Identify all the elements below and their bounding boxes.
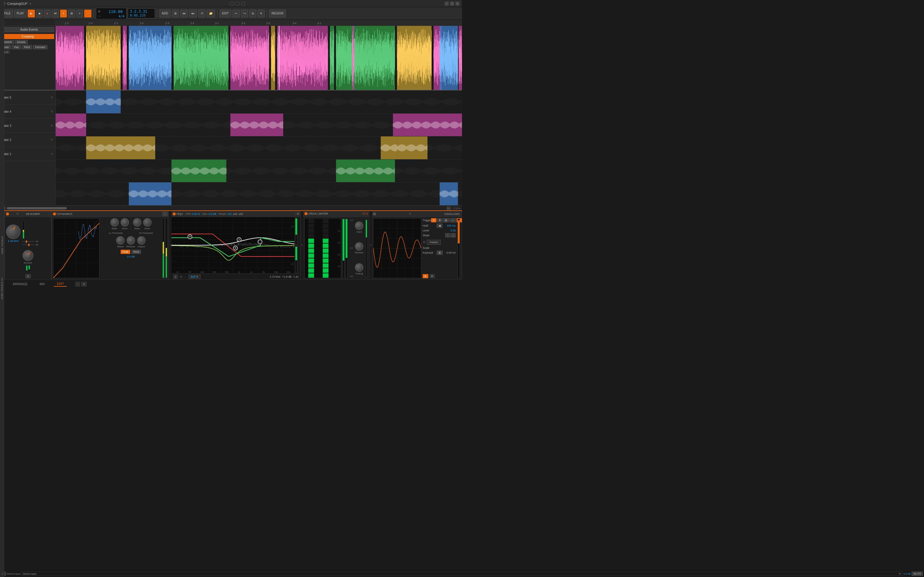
peak-limiter-power[interactable] (304, 212, 307, 215)
eq-power[interactable] (173, 213, 176, 216)
dynamics-release-knob[interactable] (127, 236, 135, 245)
back-button[interactable]: ⏮ (180, 10, 188, 18)
de-esser-menu[interactable]: ⋮ (47, 213, 50, 216)
take2-canvas (56, 160, 462, 182)
osc-slope-down[interactable]: ↓ (451, 233, 456, 237)
arrange-tab[interactable]: ARRANGE (10, 282, 31, 286)
stop-button[interactable]: ■ (36, 10, 43, 18)
de-esser-icon: ⊞ (16, 213, 19, 215)
osc-keytrack-button[interactable]: ⊞ (437, 251, 443, 255)
edit-button[interactable]: EDIT (220, 10, 231, 18)
pan-button[interactable]: Pan (12, 45, 21, 49)
de-esser-power[interactable] (6, 213, 9, 216)
grid-button[interactable]: ⊞ (68, 10, 75, 18)
folder-button[interactable]: 📁 (207, 10, 215, 18)
cycle-button[interactable]: ↺ (198, 10, 205, 18)
dynamics-power[interactable] (53, 213, 56, 216)
de-esser-thresh2-slider[interactable] (22, 244, 34, 245)
svg-text:2.4: 2.4 (191, 22, 194, 25)
osc-trigger-label: Trigger (423, 219, 431, 222)
app: ⬡ CompingGUI* × ⬡⬡⬡ − □ × FILE PLAY ▶ ■ … (0, 0, 462, 288)
record-button[interactable]: ● (44, 10, 50, 18)
undo-button[interactable]: ↩ (233, 10, 240, 18)
status-square-icon[interactable]: □ (75, 282, 80, 286)
eq-power-small[interactable]: ⏻ (179, 275, 182, 278)
scroll-right-button[interactable]: ▷ (447, 206, 451, 210)
audio-events-button[interactable]: Audio Events (4, 27, 54, 32)
osc-a-button[interactable]: A (431, 218, 436, 222)
de-esser-grid-button[interactable]: ⊞ (26, 274, 31, 278)
dynamics-knee2-label: Knee (144, 227, 150, 230)
svg-text:2.1: 2.1 (114, 22, 118, 25)
osc-canvas (373, 219, 421, 278)
mix-tab[interactable]: MIX (37, 282, 48, 286)
osc-hold-row: Hold ◀ 320 ms (423, 224, 456, 228)
dynamics-ratio2-knob[interactable] (133, 218, 141, 227)
play-button[interactable]: ▶ (27, 10, 35, 18)
delete-button[interactable]: ✕ (257, 10, 265, 18)
redo-button[interactable]: ↪ (241, 10, 248, 18)
copy-button[interactable]: ⧉ (249, 10, 256, 18)
osc-b-button[interactable]: B (437, 218, 443, 222)
play-label-button[interactable]: PLAY (14, 10, 26, 18)
formant-button[interactable]: Formant (33, 45, 47, 49)
dynamics-knee1-knob[interactable] (121, 218, 129, 227)
de-esser-freq-knob[interactable] (6, 224, 21, 239)
marker-button[interactable]: ⊞ (172, 10, 179, 18)
add-button[interactable]: ADD (160, 10, 171, 18)
minimize-button[interactable]: − (444, 2, 449, 6)
dynamics-attack-knob[interactable] (116, 236, 124, 245)
dynamics-knee2-knob[interactable] (143, 218, 152, 227)
dynamics-rms-button[interactable]: RMS (131, 250, 141, 254)
pitch-button[interactable]: Pitch (22, 45, 32, 49)
take2-label: Take 2 × (0, 133, 55, 147)
eq-settings-icon[interactable]: ⚙ (297, 212, 299, 216)
fwd-button[interactable]: ⏭ (189, 10, 197, 18)
loop-button[interactable]: ⇄ (52, 10, 59, 18)
close-button[interactable]: × (456, 2, 460, 6)
osc-bars-button[interactable]: ⊞ (443, 218, 449, 222)
onsets-button[interactable]: Onsets (15, 40, 28, 44)
separator-1 (94, 10, 94, 18)
edit-tab[interactable]: EDIT (54, 282, 67, 287)
take2-close[interactable]: × (51, 138, 53, 142)
dynamics-peak-button[interactable]: Peak (121, 250, 131, 254)
snap-button[interactable]: + (76, 10, 83, 18)
take4-close[interactable]: × (51, 110, 53, 114)
osc-slope-up[interactable]: ↑ (445, 233, 450, 237)
take3-close[interactable]: × (51, 124, 53, 128)
eq-band-type-select[interactable]: Bell ▼ (189, 275, 200, 279)
record-mode-button[interactable]: ⊡ (84, 10, 91, 18)
status-bars-icon[interactable]: ⊟ (81, 282, 87, 286)
dynamics-hi-thresh-label: Hi Threshold (131, 232, 161, 234)
scroll-thumb[interactable] (6, 207, 67, 210)
close-tab-icon[interactable]: × (29, 2, 31, 5)
eq-body (171, 217, 300, 274)
pl-release-knob[interactable] (355, 242, 363, 251)
dynamics-output-knob[interactable] (137, 236, 145, 245)
pl-ceiling-knob[interactable] (355, 263, 363, 272)
de-esser-thresh1-slider[interactable] (22, 241, 34, 242)
osc-freeze-button[interactable]: Freeze (427, 240, 441, 245)
dynamics-ratio1-knob[interactable] (110, 218, 119, 227)
osc-hold-dec[interactable]: ◀ (437, 224, 443, 228)
take5-close[interactable]: × (51, 95, 53, 100)
de-esser-amount-knob[interactable] (23, 250, 33, 261)
eq-band-select[interactable]: 3 (173, 275, 178, 279)
take1-close[interactable]: × (51, 152, 53, 156)
osc-power[interactable] (373, 213, 376, 216)
comping-button[interactable]: Comping (1, 34, 54, 39)
comp-waveform (56, 26, 462, 90)
de-esser-freq-value: 4.49 kHz (8, 240, 19, 243)
osc-display (373, 218, 422, 278)
eq-shift-value: 0.00 st (192, 213, 200, 216)
osc-line-button[interactable]: — (450, 218, 456, 222)
comp-button[interactable]: + (60, 10, 67, 18)
dynamics-minimize[interactable]: − (162, 212, 168, 216)
region-button[interactable]: REGION (269, 10, 286, 18)
pl-input-knob[interactable] (355, 221, 363, 230)
ruler-row: 1.3 1.4 2.1 2.2 2.3 2.4 3.1 3.2 3.3 3.4 … (0, 20, 462, 26)
svg-text:2.3: 2.3 (165, 22, 170, 25)
eq-range-label: Range (219, 213, 226, 215)
maximize-button[interactable]: □ (450, 2, 454, 6)
